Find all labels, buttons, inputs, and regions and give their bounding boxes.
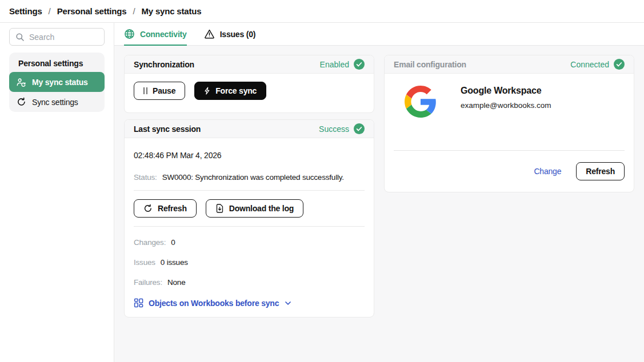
refresh-icon xyxy=(143,204,153,213)
last-sync-actions: Refresh Download the log xyxy=(134,199,365,218)
breadcrumb-personal-settings[interactable]: Personal settings xyxy=(57,6,127,16)
tab-connectivity[interactable]: Connectivity xyxy=(124,23,187,45)
synchronization-card-header: Synchronization Enabled xyxy=(125,55,374,74)
email-status: Connected xyxy=(570,59,625,70)
failures-row: Failures: None xyxy=(134,278,365,287)
card-title: Synchronization xyxy=(134,60,194,69)
chevron-down-icon xyxy=(284,299,292,307)
last-sync-card-body: 02:48:46 PM Mar 4, 2026 Status: SW0000: … xyxy=(125,151,374,317)
synchronization-card: Synchronization Enabled Pause xyxy=(124,55,374,113)
download-file-icon xyxy=(215,204,224,213)
check-badge-icon xyxy=(354,59,365,70)
email-configuration-card: Email configuration Connected xyxy=(384,55,634,192)
status-row: Status: SW0000: Synchronization was comp… xyxy=(134,173,365,182)
search-input[interactable] xyxy=(29,33,98,42)
pause-icon xyxy=(143,87,147,94)
failures-value: None xyxy=(167,278,185,287)
provider-email: example@workbooks.com xyxy=(461,101,551,110)
check-badge-icon xyxy=(614,59,625,70)
globe-icon xyxy=(124,29,135,39)
tab-label: Connectivity xyxy=(140,30,187,39)
objects-before-sync-link[interactable]: Objects on Workbooks before sync xyxy=(134,298,365,308)
pause-button[interactable]: Pause xyxy=(134,82,185,100)
warning-triangle-icon xyxy=(204,29,215,39)
divider xyxy=(134,190,365,191)
failures-label: Failures: xyxy=(134,278,162,287)
issues-label: Issues xyxy=(134,258,155,267)
changes-value: 0 xyxy=(171,238,175,247)
last-sync-session-card: Last sync session Success 02:48:46 PM Ma… xyxy=(124,119,374,317)
check-badge-icon xyxy=(354,123,365,134)
divider xyxy=(134,226,365,227)
search-box[interactable] xyxy=(9,28,105,46)
sync-refresh-icon xyxy=(16,97,26,107)
person-sync-icon xyxy=(16,77,26,87)
status-label: Enabled xyxy=(320,60,349,69)
grid-icon xyxy=(134,298,143,308)
last-sync-card-header: Last sync session Success xyxy=(125,120,374,138)
email-provider-info: Google Workspace example@workbooks.com xyxy=(461,86,551,150)
issues-row: Issues 0 issues xyxy=(134,258,365,267)
search-icon xyxy=(15,33,25,42)
changes-label: Changes: xyxy=(134,238,166,247)
tab-issues[interactable]: Issues (0) xyxy=(204,23,256,45)
status-label: Connected xyxy=(570,60,609,69)
lightning-icon xyxy=(204,87,210,95)
card-title: Email configuration xyxy=(394,60,466,69)
email-card-header: Email configuration Connected xyxy=(385,55,634,74)
sidebar-item-my-sync-status[interactable]: My sync status xyxy=(9,72,105,92)
tab-label: Issues (0) xyxy=(220,30,256,39)
breadcrumb-separator: / xyxy=(49,6,51,16)
breadcrumb: Settings / Personal settings / My sync s… xyxy=(0,0,644,23)
status-label: Success xyxy=(319,124,349,134)
status-row-message: SW0000: Synchronization was completed su… xyxy=(162,173,344,182)
sidebar-item-label: My sync status xyxy=(32,78,88,87)
breadcrumb-my-sync-status: My sync status xyxy=(142,6,202,16)
breadcrumb-separator: / xyxy=(133,6,135,16)
sidebar-nav-group: Personal settings My sync status xyxy=(9,53,105,112)
main-area: Connectivity Issues (0) S xyxy=(114,23,644,362)
right-column: Email configuration Connected xyxy=(384,55,634,192)
status-row-label: Status: xyxy=(134,173,157,182)
sync-status: Enabled xyxy=(320,59,365,70)
synchronization-card-body: Pause Force sync xyxy=(125,74,374,112)
provider-name: Google Workspace xyxy=(461,86,551,96)
change-link[interactable]: Change xyxy=(534,167,561,176)
changes-row: Changes: 0 xyxy=(134,238,365,247)
issues-value: 0 issues xyxy=(161,258,188,267)
sidebar-item-sync-settings[interactable]: Sync settings xyxy=(9,92,105,112)
sidebar-item-label: Sync settings xyxy=(32,98,78,107)
tab-bar: Connectivity Issues (0) xyxy=(114,23,644,46)
last-sync-status: Success xyxy=(319,123,365,134)
sidebar-group-title: Personal settings xyxy=(9,53,105,72)
left-column: Synchronization Enabled Pause xyxy=(124,55,374,317)
content-area: Synchronization Enabled Pause xyxy=(114,46,644,362)
sidebar: Personal settings My sync status xyxy=(0,23,114,362)
email-card-body: Google Workspace example@workbooks.com xyxy=(385,74,634,150)
google-logo-icon xyxy=(405,86,437,118)
objects-link-label: Objects on Workbooks before sync xyxy=(149,299,279,308)
last-sync-timestamp: 02:48:46 PM Mar 4, 2026 xyxy=(134,151,365,160)
refresh-log-button[interactable]: Refresh xyxy=(134,199,197,218)
email-card-footer: Change Refresh xyxy=(385,151,634,192)
force-sync-button[interactable]: Force sync xyxy=(194,82,266,100)
download-log-button[interactable]: Download the log xyxy=(206,199,303,218)
email-refresh-button[interactable]: Refresh xyxy=(576,162,625,180)
card-title: Last sync session xyxy=(134,124,201,134)
breadcrumb-settings[interactable]: Settings xyxy=(9,6,42,16)
